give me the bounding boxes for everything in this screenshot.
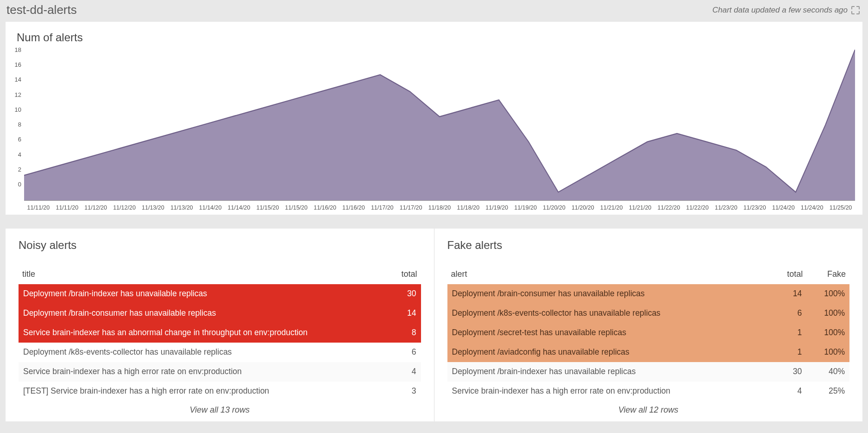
page-title: test-dd-alerts <box>6 3 77 17</box>
svg-marker-0 <box>24 50 855 201</box>
x-tick-label: 11/19/20 <box>511 204 540 211</box>
alert-total-cell: 4 <box>774 382 807 401</box>
chart-area[interactable]: 024681012141618 <box>24 50 855 203</box>
table-row[interactable]: [TEST] Service brain-indexer has a high … <box>19 382 421 401</box>
table-row[interactable]: Deployment /brain-indexer has unavailabl… <box>447 362 850 382</box>
table-row[interactable]: Deployment /aviadconfig has unavailable … <box>447 343 850 362</box>
alert-fake-cell: 100% <box>806 284 849 304</box>
fake-alerts-title: Fake alerts <box>447 239 850 252</box>
y-tick-label: 14 <box>15 76 21 83</box>
alert-total-cell: 4 <box>391 362 421 382</box>
x-tick-label: 11/16/20 <box>311 204 340 211</box>
y-tick-label: 6 <box>18 136 21 143</box>
y-tick-label: 18 <box>15 46 21 53</box>
x-tick-label: 11/20/20 <box>540 204 568 211</box>
x-tick-label: 11/24/20 <box>769 204 798 211</box>
alert-fake-cell: 25% <box>806 382 849 401</box>
x-tick-label: 11/12/20 <box>82 204 110 211</box>
x-tick-label: 11/22/20 <box>683 204 712 211</box>
column-header[interactable]: alert <box>447 265 774 284</box>
fake-alerts-panel: Fake alerts alert total Fake Deployment … <box>434 229 863 421</box>
chart-updated-text: Chart data updated a few seconds ago <box>712 6 848 15</box>
x-tick-label: 11/12/20 <box>110 204 139 211</box>
table-row[interactable]: Deployment /brain-indexer has unavailabl… <box>19 284 421 304</box>
x-tick-label: 11/18/20 <box>425 204 454 211</box>
y-tick-label: 12 <box>15 91 21 98</box>
alert-total-cell: 30 <box>774 362 807 382</box>
fake-alerts-table: alert total Fake Deployment /brain-consu… <box>447 265 850 401</box>
x-tick-label: 11/15/20 <box>253 204 282 211</box>
table-row[interactable]: Deployment /brain-consumer has unavailab… <box>447 284 850 304</box>
x-tick-label: 11/15/20 <box>282 204 311 211</box>
header-bar: test-dd-alerts Chart data updated a few … <box>0 0 868 22</box>
table-row[interactable]: Service brain-indexer has a high error r… <box>19 362 421 382</box>
alert-total-cell: 1 <box>774 323 807 343</box>
alert-fake-cell: 100% <box>806 343 849 362</box>
alert-fake-cell: 100% <box>806 323 849 343</box>
x-tick-label: 11/11/20 <box>53 204 82 211</box>
y-tick-label: 16 <box>15 61 21 68</box>
table-row[interactable]: Service brain-indexer has a high error r… <box>447 382 850 401</box>
table-row[interactable]: Deployment /k8s-events-collector has una… <box>447 304 850 323</box>
view-all-link[interactable]: View all 13 rows <box>19 401 421 417</box>
x-tick-label: 11/24/20 <box>798 204 826 211</box>
x-tick-label: 11/21/20 <box>626 204 654 211</box>
alert-title-cell: Deployment /brain-consumer has unavailab… <box>19 304 391 323</box>
alert-title-cell: Deployment /brain-consumer has unavailab… <box>447 284 774 304</box>
x-tick-label: 11/13/20 <box>138 204 167 211</box>
column-header[interactable]: Fake <box>806 265 849 284</box>
alert-fake-cell: 100% <box>806 304 849 323</box>
alert-title-cell: Deployment /k8s-events-collector has una… <box>447 304 774 323</box>
x-tick-label: 11/11/20 <box>24 204 53 211</box>
alert-total-cell: 6 <box>391 343 421 362</box>
x-tick-label: 11/23/20 <box>712 204 741 211</box>
chart-updated-status: Chart data updated a few seconds ago <box>712 6 860 15</box>
chart-title: Num of alerts <box>17 31 855 44</box>
view-all-link[interactable]: View all 12 rows <box>447 401 850 417</box>
area-chart-svg <box>24 50 855 203</box>
x-tick-label: 11/16/20 <box>339 204 368 211</box>
noisy-alerts-table: title total Deployment /brain-indexer ha… <box>19 265 421 401</box>
x-tick-label: 11/17/20 <box>368 204 396 211</box>
x-tick-label: 11/19/20 <box>483 204 511 211</box>
x-tick-label: 11/22/20 <box>654 204 683 211</box>
x-tick-label: 11/18/20 <box>454 204 483 211</box>
table-row[interactable]: Deployment /k8s-events-collector has una… <box>19 343 421 362</box>
alert-title-cell: Deployment /secret-test has unavailable … <box>447 323 774 343</box>
alert-total-cell: 1 <box>774 343 807 362</box>
alert-title-cell: Deployment /aviadconfig has unavailable … <box>447 343 774 362</box>
column-header[interactable]: title <box>19 265 391 284</box>
table-row[interactable]: Service brain-indexer has an abnormal ch… <box>19 323 421 343</box>
y-tick-label: 4 <box>18 151 21 158</box>
x-tick-label: 11/17/20 <box>396 204 425 211</box>
y-tick-label: 0 <box>18 181 21 188</box>
alert-total-cell: 8 <box>391 323 421 343</box>
alert-title-cell: Deployment /brain-indexer has unavailabl… <box>19 284 391 304</box>
y-tick-label: 8 <box>18 121 21 128</box>
column-header[interactable]: total <box>391 265 421 284</box>
alert-title-cell: Service brain-indexer has a high error r… <box>447 382 774 401</box>
y-tick-label: 10 <box>15 106 21 113</box>
x-tick-label: 11/20/20 <box>568 204 597 211</box>
alert-title-cell: Deployment /k8s-events-collector has una… <box>19 343 391 362</box>
y-tick-label: 2 <box>18 166 21 172</box>
column-header[interactable]: total <box>774 265 807 284</box>
alert-total-cell: 14 <box>774 284 807 304</box>
noisy-alerts-title: Noisy alerts <box>19 239 421 252</box>
alert-total-cell: 3 <box>391 382 421 401</box>
alert-total-cell: 6 <box>774 304 807 323</box>
alert-title-cell: Deployment /brain-indexer has unavailabl… <box>447 362 774 382</box>
chart-x-axis: 11/11/2011/11/2011/12/2011/12/2011/13/20… <box>24 204 855 211</box>
table-row[interactable]: Deployment /brain-consumer has unavailab… <box>19 304 421 323</box>
x-tick-label: 11/14/20 <box>196 204 225 211</box>
x-tick-label: 11/25/20 <box>826 204 855 211</box>
x-tick-label: 11/13/20 <box>167 204 196 211</box>
expand-icon[interactable] <box>851 6 860 14</box>
chart-panel: Num of alerts 024681012141618 11/11/2011… <box>6 22 862 215</box>
alert-title-cell: Service brain-indexer has an abnormal ch… <box>19 323 391 343</box>
alert-total-cell: 14 <box>391 304 421 323</box>
alert-title-cell: Service brain-indexer has a high error r… <box>19 362 391 382</box>
x-tick-label: 11/23/20 <box>740 204 769 211</box>
x-tick-label: 11/21/20 <box>597 204 626 211</box>
table-row[interactable]: Deployment /secret-test has unavailable … <box>447 323 850 343</box>
